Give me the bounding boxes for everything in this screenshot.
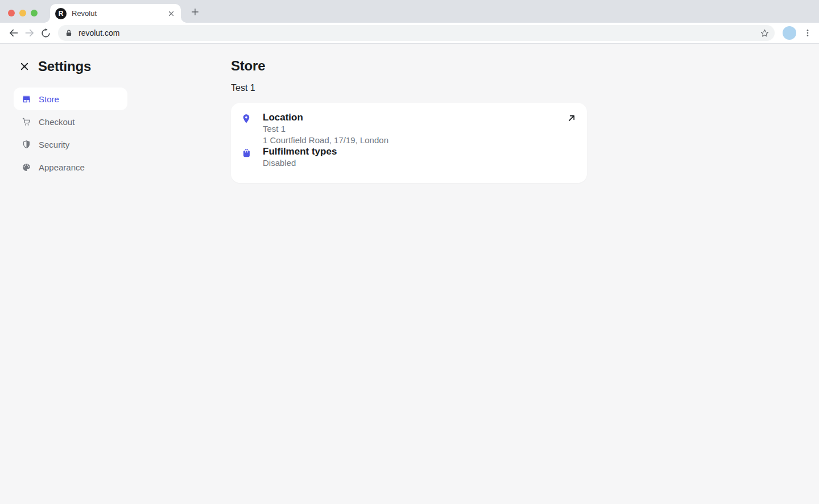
shopping-bag-icon xyxy=(241,147,253,159)
tab-close-icon[interactable] xyxy=(166,9,176,19)
revolut-favicon-icon: R xyxy=(55,8,67,19)
profile-avatar[interactable] xyxy=(783,26,796,40)
store-settings-card: Location Test 1 1 Courtfield Road, 17/19… xyxy=(231,103,587,183)
location-title: Location xyxy=(263,112,388,123)
sidebar-item-label: Checkout xyxy=(39,117,75,127)
page-title: Store xyxy=(231,58,587,74)
store-settings-panel: Store Test 1 Location Test 1 1 Courtfiel… xyxy=(136,44,587,504)
bookmark-star-icon[interactable] xyxy=(758,26,771,40)
address-bar[interactable]: revolut.com xyxy=(58,25,775,41)
window-close-button[interactable] xyxy=(8,10,15,16)
location-pin-icon xyxy=(241,113,253,125)
browser-menu-icon[interactable] xyxy=(802,26,813,40)
sidebar-item-security[interactable]: Security xyxy=(14,133,127,156)
location-row[interactable]: Location Test 1 1 Courtfield Road, 17/19… xyxy=(241,112,577,146)
location-row-body: Location Test 1 1 Courtfield Road, 17/19… xyxy=(263,112,388,146)
fulfilment-row-body: Fulfilment types Disabled xyxy=(263,146,337,169)
tab-title: Revolut xyxy=(72,9,166,18)
window-minimize-button[interactable] xyxy=(19,10,26,16)
close-settings-icon[interactable] xyxy=(19,61,30,72)
lock-icon[interactable] xyxy=(65,29,73,37)
settings-sidebar: Settings Store Che xyxy=(0,44,136,504)
sidebar-item-label: Appearance xyxy=(39,163,85,172)
sidebar-item-label: Store xyxy=(39,94,59,104)
location-address: 1 Courtfield Road, 17/19, London xyxy=(263,135,388,146)
fulfilment-status: Disabled xyxy=(263,157,337,169)
palette-icon xyxy=(22,163,31,172)
browser-tabstrip: R Revolut xyxy=(0,0,819,23)
store-name-subtitle: Test 1 xyxy=(231,83,587,93)
fulfilment-types-row[interactable]: Fulfilment types Disabled xyxy=(241,146,577,169)
sidebar-item-label: Security xyxy=(39,140,69,149)
settings-title: Settings xyxy=(38,59,91,74)
location-store-name: Test 1 xyxy=(263,123,388,135)
shopping-cart-icon xyxy=(22,117,31,127)
window-controls xyxy=(8,10,38,16)
settings-page: Settings Store Che xyxy=(0,44,819,504)
url-text: revolut.com xyxy=(78,28,758,38)
forward-icon[interactable] xyxy=(22,25,38,41)
storefront-icon xyxy=(22,94,31,104)
shield-icon xyxy=(22,140,31,149)
arrow-up-right-icon[interactable] xyxy=(565,112,578,124)
sidebar-item-appearance[interactable]: Appearance xyxy=(14,156,127,178)
browser-tab[interactable]: R Revolut xyxy=(50,4,181,23)
reload-icon[interactable] xyxy=(38,25,53,41)
new-tab-button[interactable] xyxy=(188,5,202,19)
browser-toolbar: revolut.com xyxy=(0,23,819,44)
back-icon[interactable] xyxy=(6,25,22,41)
sidebar-item-checkout[interactable]: Checkout xyxy=(14,110,127,133)
settings-nav: Store Checkout xyxy=(14,88,127,178)
fulfilment-title: Fulfilment types xyxy=(263,146,337,157)
window-zoom-button[interactable] xyxy=(31,10,38,16)
sidebar-header: Settings xyxy=(14,59,127,74)
sidebar-item-store[interactable]: Store xyxy=(14,88,127,110)
